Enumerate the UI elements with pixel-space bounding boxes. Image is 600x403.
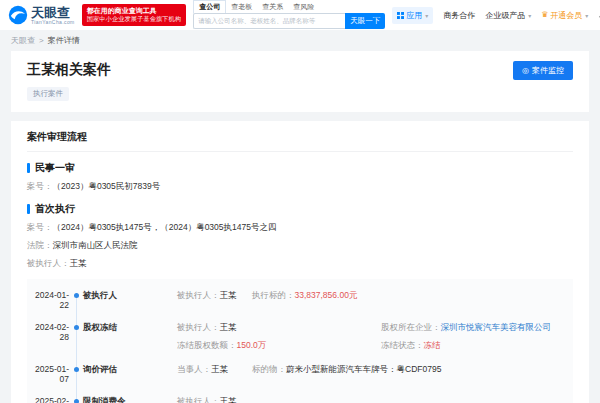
search-tab-relation[interactable]: 查关系 [257,1,288,13]
top-nav: 应用 商务合作 企业级产品 ♛ 开通会员 超级风... [392,7,600,24]
search-tab-boss[interactable]: 查老板 [226,1,257,13]
event-fields-right: 标的物：蔚来小型新能源汽车车牌号：粤CDF0795 [252,364,441,384]
event-title: 限制消费令 [83,396,177,403]
tianyancha-eye-icon [8,5,28,25]
case-header-card: 王某相关案件 ◎ 案件监控 执行案件 [11,51,589,112]
page-title: 王某相关案件 [27,61,111,79]
event-title: 被执行人 [83,290,177,310]
freeze-status: 冻结 [424,340,441,350]
event-fields-right: 执行标的：33,837,856.00元 [252,290,357,310]
timeline-dot-icon [74,399,79,403]
promo-line2: 国家中小企业发展子基金旗下机构 [87,15,181,24]
timeline-dot-icon [74,293,79,298]
nav-business-cooperation[interactable]: 商务合作 [443,10,475,21]
event-fields-left: 被执行人：王某 冻结股权数额：150.0万 [177,322,381,352]
event-fields-left: 被执行人：王某 [177,396,252,403]
stage2-name: 首次执行 [35,202,75,216]
event-date: 2024-01-22 [27,290,69,310]
event-fields-left: 被执行人：王某 [177,290,252,310]
search-button[interactable]: 天眼一下 [345,13,385,29]
search-tab-company[interactable]: 查公司 [193,0,226,13]
timeline-event-executed-person: 2024-01-22 被执行人 被执行人：王某 执行标的：33,837,856.… [27,284,573,316]
monitor-label: 案件监控 [532,65,564,76]
stage2-case-number: 案号：（2024）粤0305执1475号，（2024）粤0305执1475号之四 [27,222,573,234]
stage-civil-first-trial: 民事一审 案号：（2023）粤0305民初7839号 [27,161,573,193]
breadcrumb-home[interactable]: 天眼查 [11,35,35,46]
stage1-case-number: 案号：（2023）粤0305民初7839号 [27,181,573,193]
brand-name: 天眼查 [31,6,75,19]
crown-icon: ♛ [541,11,548,19]
monitor-target-icon: ◎ [522,67,529,75]
section-title: 案件审理流程 [27,130,573,152]
stage-accent-bar [27,163,30,173]
frozen-equity-amount: 150.0万 [237,340,267,350]
breadcrumb: 天眼查 > 案件详情 [0,30,600,51]
timeline-dot-icon [74,325,79,330]
search-input[interactable] [193,13,345,29]
promo-line1: 都在用的商业查询工具 [87,6,181,16]
case-type-tag: 执行案件 [27,87,69,101]
logo-text: 天眼查 TianYanCha.com [31,6,75,25]
event-date: 2024-02-28 [27,322,69,352]
execution-amount: 33,837,856.00元 [295,290,358,300]
event-title: 询价评估 [83,364,177,384]
stage1-name: 民事一审 [35,161,75,175]
event-title: 股权冻结 [83,322,177,352]
case-process-card: 案件审理流程 民事一审 案号：（2023）粤0305民初7839号 首次执行 案… [11,121,589,403]
nav-vip-label: 开通会员 [550,10,582,21]
nav-apps[interactable]: 应用 [392,7,433,24]
search-tabs: 查公司 查老板 查关系 查风险 [193,2,385,13]
tianyancha-logo[interactable]: 天眼查 TianYanCha.com [8,5,75,25]
event-date: 2025-01-07 [27,364,69,384]
stage2-court: 法院：深圳市南山区人民法院 [27,240,573,252]
subject-matter: 蔚来小型新能源汽车车牌号：粤CDF0795 [286,364,441,374]
timeline-dot-icon [74,367,79,372]
nav-open-vip[interactable]: ♛ 开通会员 [541,10,588,21]
breadcrumb-separator: > [39,36,44,45]
timeline-event-price-inquiry: 2025-01-07 询价评估 当事人：王某 标的物：蔚来小型新能源汽车车牌号：… [27,358,573,390]
nav-enterprise-label: 企业级产品 [485,10,525,21]
event-date: 2025-02-07 [27,396,69,403]
event-fields-left: 当事人：王某 [177,364,252,384]
promo-banner: 都在用的商业查询工具 国家中小企业发展子基金旗下机构 [82,4,186,27]
company-link[interactable]: 深圳市悦宸汽车美容有限公司 [441,322,552,332]
timeline-event-equity-freeze: 2024-02-28 股权冻结 被执行人：王某 冻结股权数额：150.0万 股权… [27,316,573,358]
top-bar: 天眼查 TianYanCha.com 都在用的商业查询工具 国家中小企业发展子基… [0,0,600,30]
execution-timeline: 2024-01-22 被执行人 被执行人：王某 执行标的：33,837,856.… [27,279,573,403]
nav-apps-label: 应用 [406,10,422,21]
brand-domain: TianYanCha.com [31,19,75,25]
nav-enterprise-products[interactable]: 企业级产品 [485,10,531,21]
breadcrumb-current: 案件详情 [48,35,80,46]
stage-first-execution: 首次执行 案号：（2024）粤0305执1475号，（2024）粤0305执14… [27,202,573,270]
stage-accent-bar [27,204,30,214]
apps-grid-icon [397,12,404,19]
stage2-executed-person: 被执行人：王某 [27,258,573,270]
search-widget: 查公司 查老板 查关系 查风险 天眼一下 [193,2,385,29]
search-tab-risk[interactable]: 查风险 [288,1,319,13]
event-fields-right: 股权所在企业：深圳市悦宸汽车美容有限公司 冻结状态：冻结 [381,322,551,352]
timeline-event-consumption-restriction: 2025-02-07 限制消费令 被执行人：王某 [27,390,573,403]
case-monitor-button[interactable]: ◎ 案件监控 [513,61,573,80]
